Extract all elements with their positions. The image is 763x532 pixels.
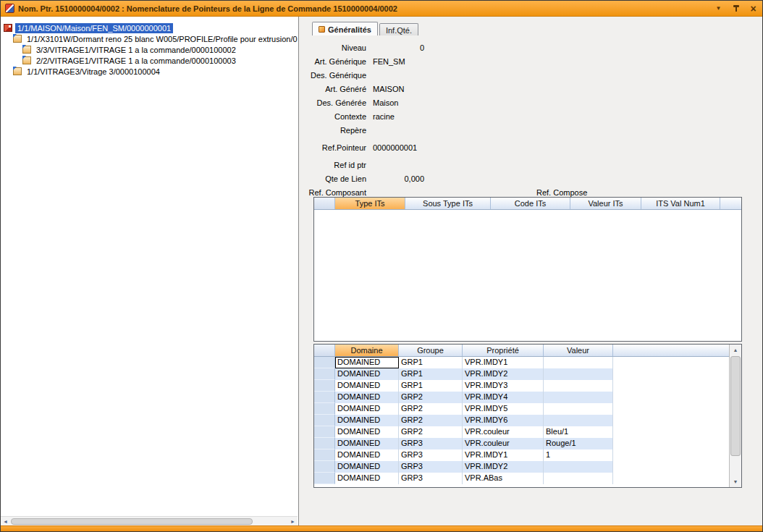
cell-domaine[interactable]: DOMAINED (335, 438, 399, 449)
tree-item[interactable]: 3/3/VITRAGE1/VITRAGE 1 a la commande/000… (1, 44, 298, 55)
scroll-down-arrow-icon[interactable]: ▼ (730, 476, 741, 487)
pin-icon[interactable] (731, 5, 741, 12)
table-row[interactable]: DOMAINEDGRP3VPR.couleurRouge/1 (314, 438, 729, 449)
table-row[interactable]: DOMAINEDGRP3VPR.ABas (314, 473, 729, 484)
cell-propriete[interactable]: VPR.IMDY6 (463, 415, 544, 426)
column-header[interactable]: ITS Val Num1 (641, 198, 720, 209)
cell-propriete[interactable]: VPR.IMDY2 (463, 461, 544, 473)
field-value[interactable]: MAISON (372, 85, 481, 93)
tree-item[interactable]: 2/2/VITRAGE1/VITRAGE 1 a la commande/000… (1, 55, 298, 66)
row-header-cell[interactable] (314, 415, 335, 426)
field-value[interactable]: Maison (372, 98, 481, 107)
cell-propriete[interactable]: VPR.couleur (463, 438, 544, 449)
cell-domaine[interactable]: DOMAINED (335, 461, 399, 473)
cell-domaine[interactable]: DOMAINED (335, 380, 399, 392)
tab-inf-qte[interactable]: Inf.Qté. (379, 23, 418, 35)
column-header[interactable]: Sous Type ITs (405, 198, 491, 209)
cell-propriete[interactable]: VPR.IMDY2 (463, 368, 544, 380)
cell-groupe[interactable]: GRP2 (399, 415, 463, 426)
cell-domaine[interactable]: DOMAINED (335, 415, 399, 426)
window-titlebar[interactable]: Nom. Ptr. 1510000004/0002 : Nomenclature… (1, 1, 762, 17)
column-header[interactable]: Groupe (399, 345, 463, 356)
table-row[interactable]: DOMAINEDGRP1VPR.IMDY2 (314, 368, 729, 380)
row-header-cell[interactable] (314, 449, 335, 461)
tree-item[interactable]: 1/1/MAISON/Maison/FEN_SM/0000000001 (1, 22, 298, 33)
row-header-cell[interactable] (314, 380, 335, 392)
row-header-cell[interactable] (314, 357, 335, 368)
cell-valeur[interactable] (544, 368, 613, 380)
cell-groupe[interactable]: GRP2 (399, 426, 463, 438)
header-corner-cell[interactable] (314, 198, 335, 209)
cell-groupe[interactable]: GRP1 (399, 368, 463, 380)
scroll-up-arrow-icon[interactable]: ▲ (730, 345, 741, 355)
column-header[interactable]: Valeur (544, 345, 613, 356)
cell-domaine[interactable]: DOMAINED (335, 473, 399, 484)
tree-item[interactable]: 1/1/X3101W/Dormant reno 25 blanc W005/PR… (1, 33, 298, 44)
cell-valeur[interactable] (544, 403, 613, 415)
cell-groupe[interactable]: GRP2 (399, 392, 463, 403)
scroll-right-arrow-icon[interactable]: ► (288, 517, 298, 526)
cell-valeur[interactable] (544, 357, 613, 368)
table-row[interactable]: DOMAINEDGRP2VPR.IMDY4 (314, 392, 729, 403)
tree-item[interactable]: 1/1/VITRAGE3/Vitrage 3/0000100004 (1, 66, 298, 77)
cell-domaine[interactable]: DOMAINED (335, 392, 399, 403)
window-menu-dropdown-icon[interactable]: ▼ (714, 5, 723, 12)
row-header-cell[interactable] (314, 461, 335, 473)
table-row[interactable]: DOMAINEDGRP3VPR.IMDY11 (314, 449, 729, 461)
cell-propriete[interactable]: VPR.IMDY3 (463, 380, 544, 392)
field-value[interactable]: 0000000001 (372, 143, 481, 152)
header-corner-cell[interactable] (314, 345, 335, 356)
row-header-cell[interactable] (314, 368, 335, 380)
table-row[interactable]: DOMAINEDGRP1VPR.IMDY3 (314, 380, 729, 392)
cell-groupe[interactable]: GRP3 (399, 449, 463, 461)
scroll-left-arrow-icon[interactable]: ◄ (1, 517, 10, 526)
cell-valeur[interactable] (544, 392, 613, 403)
row-header-cell[interactable] (314, 426, 335, 438)
cell-groupe[interactable]: GRP2 (399, 403, 463, 415)
cell-propriete[interactable]: VPR.couleur (463, 426, 544, 438)
vertical-scrollbar-thumb[interactable] (730, 356, 741, 456)
field-value[interactable]: FEN_SM (372, 57, 481, 66)
column-header[interactable]: Type ITs (335, 198, 405, 209)
column-header[interactable]: Code ITs (491, 198, 570, 209)
row-header-cell[interactable] (314, 438, 335, 449)
cell-propriete[interactable]: VPR.IMDY4 (463, 392, 544, 403)
cell-propriete[interactable]: VPR.IMDY5 (463, 403, 544, 415)
cell-groupe[interactable]: GRP1 (399, 380, 463, 392)
field-value[interactable]: racine (372, 112, 481, 121)
close-icon[interactable]: × (749, 4, 758, 14)
cell-valeur[interactable] (544, 380, 613, 392)
cell-valeur[interactable] (544, 415, 613, 426)
table-row[interactable]: DOMAINEDGRP2VPR.couleurBleu/1 (314, 426, 729, 438)
cell-domaine[interactable]: DOMAINED (335, 403, 399, 415)
cell-domaine[interactable]: DOMAINED (335, 368, 399, 380)
cell-domaine[interactable]: DOMAINED (335, 449, 399, 461)
cell-propriete[interactable]: VPR.ABas (463, 473, 544, 484)
column-header[interactable]: Propriété (463, 345, 544, 356)
cell-valeur[interactable]: Bleu/1 (544, 426, 613, 438)
cell-valeur[interactable] (544, 461, 613, 473)
tab-generalites[interactable]: Généralités (312, 22, 378, 35)
cell-propriete[interactable]: VPR.IMDY1 (463, 449, 544, 461)
row-header-cell[interactable] (314, 473, 335, 484)
column-header[interactable]: Valeur ITs (570, 198, 641, 209)
domain-table-vertical-scrollbar[interactable]: ▲ ▼ (729, 345, 741, 487)
cell-groupe[interactable]: GRP3 (399, 461, 463, 473)
its-table-body[interactable] (314, 210, 741, 341)
cell-propriete[interactable]: VPR.IMDY1 (463, 357, 544, 368)
row-header-cell[interactable] (314, 392, 335, 403)
table-row[interactable]: DOMAINEDGRP3VPR.IMDY2 (314, 461, 729, 473)
table-row[interactable]: DOMAINEDGRP2VPR.IMDY6 (314, 415, 729, 426)
cell-valeur[interactable]: Rouge/1 (544, 438, 613, 449)
cell-valeur[interactable] (544, 473, 613, 484)
column-header[interactable]: Domaine (335, 345, 399, 356)
cell-groupe[interactable]: GRP1 (399, 357, 463, 368)
cell-groupe[interactable]: GRP3 (399, 438, 463, 449)
table-row[interactable]: DOMAINEDGRP2VPR.IMDY5 (314, 403, 729, 415)
cell-domaine[interactable]: DOMAINED (335, 357, 399, 368)
field-value[interactable]: 0 (372, 43, 424, 52)
horizontal-scrollbar-thumb[interactable] (11, 518, 253, 525)
cell-domaine[interactable]: DOMAINED (335, 426, 399, 438)
tree-horizontal-scrollbar[interactable]: ◄ ► (1, 516, 298, 525)
table-row[interactable]: DOMAINEDGRP1VPR.IMDY1 (314, 357, 729, 368)
